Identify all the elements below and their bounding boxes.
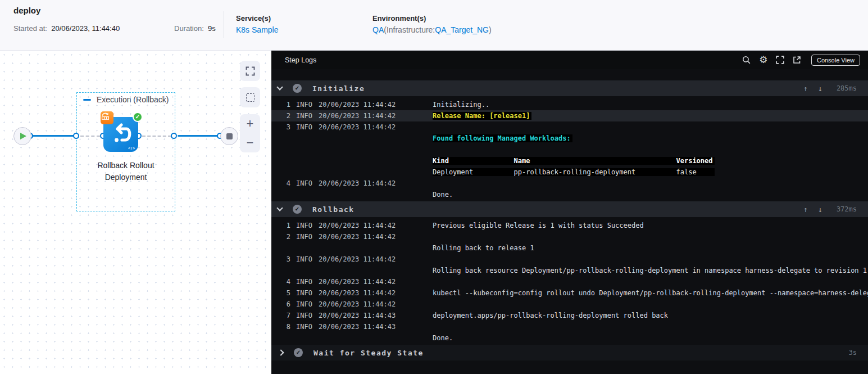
log-line-number: 7 — [274, 310, 290, 321]
section-rows-initialize: 1INFO20/06/2023 11:44:42Initializing..2I… — [271, 99, 868, 200]
log-message-text: Deployment pp-rollback-rolling-deploymen… — [433, 168, 715, 176]
log-message-text: deployment.apps/pp-rollback-rolling-depl… — [433, 312, 668, 319]
service-link[interactable]: K8s Sample — [236, 25, 278, 34]
port-icon — [171, 133, 177, 139]
fullscreen-icon[interactable] — [772, 56, 789, 64]
log-timestamp: 20/06/2023 11:44:42 — [319, 220, 397, 231]
log-message: Done. — [433, 189, 868, 200]
pipeline-canvas[interactable]: Execution (Rollback) — [0, 51, 271, 374]
environment-link-text[interactable]: QA_Target_NG — [435, 25, 489, 34]
log-message — [433, 321, 868, 332]
console-toolbar: Step Logs ⚙ Console View — [271, 51, 868, 69]
step-success-check-icon — [293, 84, 302, 93]
log-message: Release Name: [release1] — [433, 110, 868, 121]
step-node-rollback-rollout-deployment[interactable]: </> — [103, 117, 138, 152]
log-line-number — [274, 144, 290, 155]
section-header-wait-for-steady-state[interactable]: Wait for Steady State3s — [271, 345, 868, 361]
scroll-down-icon[interactable] — [813, 205, 828, 214]
log-row: 3INFO20/06/2023 11:44:42 — [271, 121, 868, 133]
environment-link[interactable]: QA(Infrastructure:QA_Target_NG) — [372, 25, 492, 34]
settings-gear-icon[interactable]: ⚙ — [755, 55, 772, 65]
success-check-icon — [133, 112, 143, 122]
fit-view-button[interactable] — [240, 61, 260, 81]
port-icon — [73, 133, 79, 139]
log-row: 3INFO20/06/2023 11:44:42 — [271, 254, 868, 265]
chevron-down-icon[interactable] — [276, 84, 283, 90]
code-icon: </> — [128, 146, 135, 150]
log-message-text: Previous eligible Release is 1 with stat… — [433, 222, 644, 229]
log-message — [433, 178, 868, 189]
log-timestamp: 20/06/2023 11:44:42 — [319, 276, 397, 287]
log-line-number: 2 — [274, 231, 290, 242]
log-message: Initializing.. — [433, 99, 868, 110]
scroll-down-icon[interactable] — [813, 84, 828, 93]
log-timestamp: 20/06/2023 11:44:42 — [319, 254, 397, 265]
log-line-number — [274, 133, 290, 144]
log-row: Deployment pp-rollback-rolling-deploymen… — [271, 166, 868, 178]
log-level: INFO — [296, 220, 319, 231]
log-row: Rolling back resource Deployment/pp-roll… — [271, 265, 868, 276]
log-timestamp — [319, 166, 397, 178]
step-node-label: Rollback Rollout Deployment — [76, 160, 175, 183]
section-title: Wait for Steady State — [313, 349, 424, 357]
log-message: Rolling back to release 1 — [433, 242, 868, 254]
zoom-out-button[interactable]: − — [247, 137, 254, 149]
environments-label: Environment(s) — [372, 14, 492, 22]
section-duration: 285ms — [832, 84, 857, 92]
section-duration: 3s — [832, 349, 857, 357]
section-rows-rollback: 1INFO20/06/2023 11:44:42Previous eligibl… — [271, 220, 868, 344]
log-message-text: Done. — [433, 334, 453, 342]
log-line-number — [274, 155, 290, 166]
marquee-select-icon — [246, 93, 255, 102]
log-timestamp: 20/06/2023 11:44:42 — [319, 299, 397, 310]
chevron-down-icon[interactable] — [276, 205, 283, 211]
log-level: INFO — [296, 321, 319, 332]
log-line-number: 6 — [274, 299, 290, 310]
log-timestamp: 20/06/2023 11:44:42 — [319, 110, 397, 121]
scroll-up-icon[interactable] — [798, 205, 813, 214]
execution-header: deploy Started at: 20/06/2023, 11:44:40 … — [0, 0, 868, 51]
chevron-right-icon[interactable] — [278, 349, 284, 355]
header-divider — [224, 11, 224, 38]
log-row: Rolling back to release 1 — [271, 242, 868, 254]
log-row: 4INFO20/06/2023 11:44:42 — [271, 178, 868, 189]
log-timestamp: 20/06/2023 11:44:42 — [319, 231, 397, 242]
section-title: Initialize — [312, 84, 365, 93]
search-icon[interactable] — [738, 56, 755, 64]
scroll-up-icon[interactable] — [798, 84, 813, 93]
log-message: Found following Managed Workloads: — [433, 133, 868, 144]
log-level: INFO — [296, 178, 319, 189]
page-title: deploy — [13, 6, 40, 15]
end-node — [220, 127, 238, 145]
log-row: 2INFO20/06/2023 11:44:42 — [271, 231, 868, 242]
log-row: Found following Managed Workloads: — [271, 133, 868, 144]
console-title: Step Logs — [285, 56, 738, 64]
open-in-new-icon[interactable] — [789, 56, 806, 64]
log-line-number: 4 — [274, 178, 290, 189]
zoom-in-button[interactable]: + — [247, 118, 254, 130]
log-timestamp — [319, 189, 397, 200]
log-message: Kind Name Versioned — [433, 155, 868, 166]
environment-link-text[interactable]: QA — [372, 25, 384, 34]
log-timestamp: 20/06/2023 11:44:42 — [319, 178, 397, 189]
section-header-initialize[interactable]: Initialize285ms — [271, 80, 868, 96]
log-line-number: 8 — [274, 321, 290, 332]
log-message-text: Done. — [433, 191, 453, 199]
log-level: INFO — [296, 110, 319, 121]
section-header-rollback[interactable]: Rollback372ms — [271, 201, 868, 217]
log-line-number: 4 — [274, 276, 290, 287]
collapse-minus-icon[interactable] — [83, 99, 91, 101]
log-timestamp — [319, 332, 397, 344]
log-message-text: Release Name: [release1] — [433, 112, 531, 120]
log-line-number: 3 — [274, 254, 290, 265]
log-line-number — [274, 189, 290, 200]
log-level — [296, 133, 319, 144]
log-line-number — [274, 265, 290, 276]
log-message — [433, 299, 868, 310]
log-message — [433, 121, 868, 133]
pipeline-execution-view: deploy Started at: 20/06/2023, 11:44:40 … — [0, 0, 868, 374]
marquee-select-button[interactable] — [240, 87, 260, 107]
log-row: 2INFO20/06/2023 11:44:42Release Name: [r… — [271, 110, 868, 121]
console-view-button[interactable]: Console View — [811, 55, 860, 66]
log-message — [433, 276, 868, 287]
